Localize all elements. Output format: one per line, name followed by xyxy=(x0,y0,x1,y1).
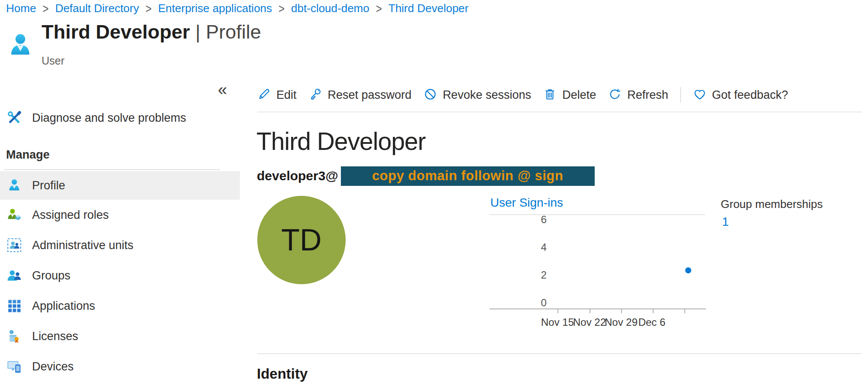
page-title: Third Developer | Profile xyxy=(42,21,261,43)
x-axis xyxy=(489,308,706,309)
refresh-button[interactable]: Refresh xyxy=(608,88,668,103)
x-axis-tick xyxy=(684,309,685,313)
redacted-domain-overlay: copy domain followin @ sign xyxy=(341,166,595,186)
sidebar-item-label: Assigned roles xyxy=(32,208,109,222)
sidebar-item-label: Groups xyxy=(32,269,71,282)
identity-section-heading: Identity xyxy=(257,366,308,382)
key-icon xyxy=(309,88,322,103)
breadcrumb-dbt-cloud-demo[interactable]: dbt-cloud-demo xyxy=(291,2,369,15)
user-signins-chart: User Sign-ins 6 4 2 0 Nov 15 Nov 22 Nov … xyxy=(489,196,706,339)
sidebar-item-groups[interactable]: Groups xyxy=(0,260,240,291)
avatar: TD xyxy=(257,196,346,284)
refresh-icon xyxy=(608,88,622,103)
heart-icon xyxy=(693,88,706,103)
trash-icon xyxy=(543,88,557,103)
chart-title-rule xyxy=(489,214,705,215)
command-bar: Edit Reset password Revoke sessions Dele… xyxy=(257,85,788,105)
x-axis-tick xyxy=(589,309,590,313)
breadcrumb-separator: > xyxy=(42,1,49,16)
x-axis-tick xyxy=(653,309,654,313)
group-memberships-label: Group memberships xyxy=(721,198,823,211)
page-subtitle: User xyxy=(42,55,65,67)
sidebar-nav: Profile Assigned roles Administrative un… xyxy=(0,171,240,382)
breadcrumb: Home > Default Directory > Enterprise ap… xyxy=(6,2,469,15)
edit-label: Edit xyxy=(276,88,297,102)
y-tick-6: 6 xyxy=(528,214,547,226)
assigned-roles-icon xyxy=(7,208,22,222)
x-axis-tick xyxy=(621,309,622,313)
chart-title-link[interactable]: User Sign-ins xyxy=(490,196,563,210)
sidebar-item-diagnose[interactable]: Diagnose and solve problems xyxy=(0,104,240,132)
refresh-label: Refresh xyxy=(627,88,668,102)
devices-icon xyxy=(7,359,22,374)
sidebar-item-applications[interactable]: Applications xyxy=(0,291,240,321)
sidebar-section-manage: Manage xyxy=(6,148,50,162)
sidebar-item-label: Applications xyxy=(32,299,95,313)
x-tick-label: Nov 29 xyxy=(605,316,638,328)
email-prefix: developer3@ xyxy=(257,169,338,183)
y-tick-4: 4 xyxy=(528,241,547,253)
sidebar-item-label: Licenses xyxy=(32,330,78,343)
y-tick-2: 2 xyxy=(528,269,547,281)
licenses-icon xyxy=(7,329,22,344)
delete-button[interactable]: Delete xyxy=(543,88,596,103)
breadcrumb-separator: > xyxy=(376,1,382,16)
y-tick-0: 0 xyxy=(528,297,547,309)
breadcrumb-home[interactable]: Home xyxy=(6,2,36,15)
admin-units-icon xyxy=(7,238,22,253)
toolbar-rule xyxy=(257,112,862,112)
got-feedback-button[interactable]: Got feedback? xyxy=(693,88,788,103)
pencil-icon xyxy=(257,88,271,103)
delete-label: Delete xyxy=(562,88,596,102)
x-axis-tick xyxy=(557,309,558,313)
sidebar-item-label: Administrative units xyxy=(32,239,133,252)
got-feedback-label: Got feedback? xyxy=(712,88,788,102)
sidebar-divider xyxy=(4,169,220,170)
sidebar-collapse-button[interactable]: « xyxy=(218,81,227,99)
revoke-sessions-button[interactable]: Revoke sessions xyxy=(424,88,531,103)
block-icon xyxy=(424,88,437,103)
page-title-suffix: | Profile xyxy=(195,21,261,43)
sidebar-item-licenses[interactable]: Licenses xyxy=(0,321,240,351)
revoke-sessions-label: Revoke sessions xyxy=(443,88,531,102)
breadcrumb-default-directory[interactable]: Default Directory xyxy=(55,2,139,15)
toolbar-divider xyxy=(680,87,681,103)
applications-icon xyxy=(7,299,22,313)
groups-icon xyxy=(7,268,22,283)
section-divider xyxy=(257,354,862,354)
sidebar-item-label: Profile xyxy=(32,179,65,192)
breadcrumb-separator: > xyxy=(279,1,285,16)
sidebar-item-label: Devices xyxy=(32,360,74,373)
user-icon xyxy=(7,178,22,193)
page-title-name: Third Developer xyxy=(42,21,190,43)
user-principal-name: developer3@ copy domain followin @ sign xyxy=(257,166,595,186)
reset-password-label: Reset password xyxy=(328,88,412,102)
user-icon xyxy=(7,32,34,61)
x-tick-label: Nov 15 xyxy=(541,316,574,328)
user-display-name: Third Developer xyxy=(256,127,426,156)
signin-data-point xyxy=(685,267,691,273)
x-tick-label: Dec 6 xyxy=(638,316,666,328)
azure-user-profile-screen: Home > Default Directory > Enterprise ap… xyxy=(0,0,868,383)
diagnose-icon xyxy=(7,110,22,125)
sidebar-item-profile[interactable]: Profile xyxy=(0,171,240,200)
edit-button[interactable]: Edit xyxy=(257,88,297,103)
sidebar-item-devices[interactable]: Devices xyxy=(0,351,240,382)
breadcrumb-separator: > xyxy=(146,1,152,16)
x-tick-label: Nov 22 xyxy=(573,316,606,328)
group-memberships-count-link[interactable]: 1 xyxy=(722,215,729,229)
sidebar-item-assigned-roles[interactable]: Assigned roles xyxy=(0,200,240,230)
breadcrumb-third-developer[interactable]: Third Developer xyxy=(389,2,469,15)
sidebar-item-label: Diagnose and solve problems xyxy=(32,111,186,125)
reset-password-button[interactable]: Reset password xyxy=(309,88,412,103)
breadcrumb-enterprise-applications[interactable]: Enterprise applications xyxy=(158,2,272,15)
sidebar-item-administrative-units[interactable]: Administrative units xyxy=(0,230,240,260)
